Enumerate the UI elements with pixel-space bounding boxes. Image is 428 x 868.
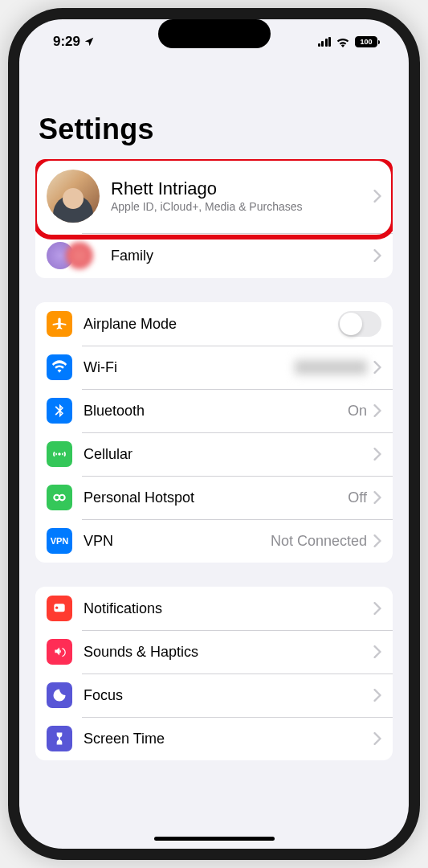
profile-info: Rhett Intriago Apple ID, iCloud+, Media … xyxy=(111,178,373,215)
vpn-value: Not Connected xyxy=(271,533,367,550)
svg-point-3 xyxy=(55,607,58,609)
vpn-label: VPN xyxy=(84,533,271,550)
hotspot-value: Off xyxy=(348,489,367,506)
chevron-right-icon xyxy=(373,361,381,374)
bluetooth-value: On xyxy=(348,403,367,420)
screentime-label: Screen Time xyxy=(84,731,373,747)
profile-name: Rhett Intriago xyxy=(111,178,373,199)
svg-point-1 xyxy=(59,495,65,501)
wifi-row[interactable]: Wi-Fi xyxy=(35,346,393,389)
airplane-icon xyxy=(47,311,72,337)
vpn-icon: VPN xyxy=(47,528,72,554)
family-label: Family xyxy=(111,248,373,264)
status-time: 9:29 xyxy=(53,34,80,50)
chevron-right-icon xyxy=(373,249,381,262)
family-avatars xyxy=(47,242,93,269)
hotspot-icon xyxy=(47,485,72,510)
chevron-right-icon xyxy=(373,448,381,461)
chevron-right-icon xyxy=(373,602,381,615)
status-left: 9:29 xyxy=(53,34,95,50)
battery-level: 100 xyxy=(355,36,377,47)
bluetooth-label: Bluetooth xyxy=(84,403,348,420)
chevron-right-icon xyxy=(373,404,381,417)
apple-id-row[interactable]: Rhett Intriago Apple ID, iCloud+, Media … xyxy=(35,159,393,233)
wifi-status-icon xyxy=(336,37,350,47)
hotspot-row[interactable]: Personal Hotspot Off xyxy=(35,476,393,519)
vpn-row[interactable]: VPN VPN Not Connected xyxy=(35,519,393,563)
home-indicator[interactable] xyxy=(154,837,275,841)
airplane-toggle[interactable] xyxy=(338,311,381,337)
sounds-row[interactable]: Sounds & Haptics xyxy=(35,630,393,674)
account-group: Rhett Intriago Apple ID, iCloud+, Media … xyxy=(35,159,393,278)
focus-row[interactable]: Focus xyxy=(35,674,393,717)
cellular-label: Cellular xyxy=(84,446,373,463)
content-area[interactable]: Settings Rhett Intriago Apple ID, iCloud… xyxy=(19,64,409,849)
battery-icon: 100 xyxy=(355,36,380,47)
avatar xyxy=(47,170,100,223)
screentime-icon xyxy=(47,726,72,751)
network-group: Airplane Mode Wi-Fi xyxy=(35,302,393,563)
hotspot-label: Personal Hotspot xyxy=(84,489,348,506)
wifi-label: Wi-Fi xyxy=(84,359,295,376)
chevron-right-icon xyxy=(373,689,381,702)
page-title: Settings xyxy=(39,113,393,146)
chevron-right-icon xyxy=(373,534,381,547)
airplane-mode-row[interactable]: Airplane Mode xyxy=(35,302,393,346)
phone-frame: 9:29 100 Settings Rhett Intriago xyxy=(8,8,420,860)
status-right: 100 xyxy=(318,36,381,47)
notifications-label: Notifications xyxy=(84,600,373,617)
chevron-right-icon xyxy=(373,645,381,658)
general-group: Notifications Sounds & Haptics xyxy=(35,587,393,760)
cellular-signal-icon xyxy=(318,37,332,47)
notifications-row[interactable]: Notifications xyxy=(35,587,393,630)
cellular-icon xyxy=(47,441,72,467)
bluetooth-row[interactable]: Bluetooth On xyxy=(35,389,393,432)
dynamic-island xyxy=(158,19,271,48)
wifi-value-redacted xyxy=(295,360,367,375)
sounds-label: Sounds & Haptics xyxy=(84,644,373,661)
focus-label: Focus xyxy=(84,687,373,704)
cellular-row[interactable]: Cellular xyxy=(35,432,393,476)
location-icon xyxy=(84,36,95,47)
vpn-badge-text: VPN xyxy=(51,533,69,549)
family-row[interactable]: Family xyxy=(35,233,393,278)
screentime-row[interactable]: Screen Time xyxy=(35,717,393,760)
chevron-right-icon xyxy=(373,190,381,203)
notifications-icon xyxy=(47,596,72,621)
profile-subtitle: Apple ID, iCloud+, Media & Purchases xyxy=(111,200,373,215)
airplane-label: Airplane Mode xyxy=(84,316,338,333)
chevron-right-icon xyxy=(373,491,381,504)
bluetooth-icon xyxy=(47,398,72,424)
focus-icon xyxy=(47,682,72,708)
screen: 9:29 100 Settings Rhett Intriago xyxy=(19,19,409,849)
sounds-icon xyxy=(47,639,72,665)
wifi-icon xyxy=(47,354,72,380)
chevron-right-icon xyxy=(373,732,381,745)
